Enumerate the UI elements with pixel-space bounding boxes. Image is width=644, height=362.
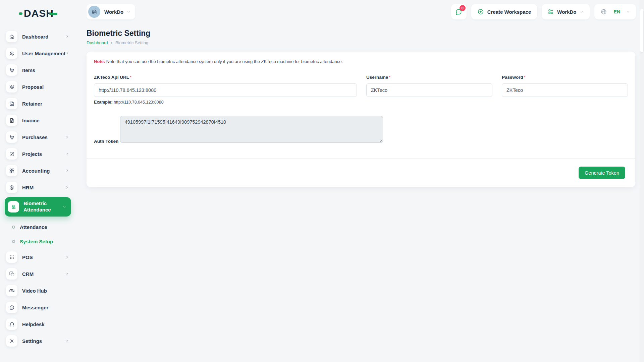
- biometric-setting-card: Note: Note that you can use the biometri…: [87, 52, 635, 187]
- sidebar-item-projects[interactable]: Projects: [0, 148, 78, 160]
- chevron-right-icon: [65, 255, 69, 259]
- chevron-right-icon: [65, 35, 69, 39]
- building-icon: [91, 8, 98, 15]
- sidebar-item-label: User Management: [22, 51, 65, 56]
- circle-icon: [12, 240, 15, 243]
- required-mark: *: [130, 75, 131, 80]
- create-workspace-label: Create Workspace: [487, 9, 531, 15]
- chevron-down-icon: [127, 10, 130, 14]
- breadcrumb-current: Biometric Setting: [115, 40, 148, 45]
- gear-icon: [6, 335, 17, 347]
- workspace-grid-icon: [548, 9, 554, 15]
- note-label: Note:: [94, 59, 105, 64]
- breadcrumb-dashboard-link[interactable]: Dashboard: [87, 40, 108, 45]
- workspace-switcher[interactable]: WorkDo: [542, 4, 589, 19]
- sidebar-item-label: HRM: [22, 185, 34, 190]
- main-area: WorkDo 0 Create Workspace WorkDo EN: [78, 0, 644, 362]
- sidebar-item-label: Dashboard: [22, 34, 48, 40]
- sidebar-item-label: Purchases: [22, 134, 48, 140]
- check-square-icon: [6, 148, 17, 160]
- sidebar-item-purchases[interactable]: Purchases: [0, 131, 78, 143]
- auth-token-label: Auth Token: [94, 139, 118, 144]
- sidebar-item-proposal[interactable]: Proposal: [0, 81, 78, 93]
- pos-icon: [6, 251, 17, 263]
- cart-icon: [6, 64, 17, 76]
- sidebar-item-helpdesk[interactable]: Helpdesk: [0, 318, 78, 330]
- required-mark: *: [389, 75, 390, 80]
- invoice-icon: [6, 115, 17, 126]
- app-logo[interactable]: DASH: [19, 7, 78, 20]
- create-workspace-button[interactable]: Create Workspace: [471, 4, 537, 19]
- api-url-input[interactable]: [94, 83, 357, 97]
- api-url-label: ZKTeco Api URL*: [94, 75, 131, 80]
- chevron-right-icon: [65, 339, 69, 343]
- required-mark: *: [524, 75, 526, 80]
- breadcrumb-separator: ›: [111, 40, 112, 45]
- sidebar-item-label: Items: [22, 67, 35, 73]
- sidebar-item-items[interactable]: Items: [0, 64, 78, 76]
- sidebar-item-settings[interactable]: Settings: [0, 335, 78, 347]
- sidebar-item-label: Messenger: [22, 305, 48, 310]
- chevron-down-icon: [626, 10, 630, 14]
- users-icon: [6, 48, 17, 59]
- headset-icon: [6, 318, 17, 330]
- crm-icon: [6, 268, 17, 280]
- chevron-right-icon: [65, 169, 69, 173]
- auth-token-textarea[interactable]: 49105997f1f71595f41649f909752942870f4510: [120, 116, 383, 143]
- sidebar-item-label: Settings: [22, 338, 42, 344]
- sidebar-item-label: Invoice: [22, 118, 40, 123]
- sidebar-item-dashboard[interactable]: Dashboard: [0, 31, 78, 42]
- sidebar-item-label: Biometric Attendance: [23, 200, 57, 213]
- sidebar-subitem-attendance[interactable]: Attendance: [0, 221, 78, 233]
- settings-form: ZKTeco Api URL* Example: http://110.78.6…: [94, 74, 628, 105]
- page-header: Biometric Setting Dashboard › Biometric …: [87, 29, 635, 45]
- language-selector[interactable]: EN: [594, 4, 636, 19]
- sidebar-item-user-management[interactable]: User Management: [0, 48, 78, 59]
- sidebar-item-label: Retainer: [22, 101, 42, 107]
- workspace-selector[interactable]: WorkDo: [87, 4, 135, 19]
- sidebar-subitem-system-setup[interactable]: System Setup: [0, 236, 78, 247]
- username-input[interactable]: [366, 83, 492, 97]
- sidebar-item-label: Accounting: [22, 168, 50, 174]
- logo-accent-dot: [19, 12, 22, 15]
- language-label: EN: [614, 9, 620, 14]
- chevron-down-icon: [62, 205, 66, 209]
- password-input[interactable]: [502, 83, 628, 97]
- sidebar-item-invoice[interactable]: Invoice: [0, 115, 78, 126]
- scrollbar-track[interactable]: [640, 0, 644, 362]
- proposal-icon: [6, 81, 17, 93]
- sidebar-item-crm[interactable]: CRM: [0, 268, 78, 280]
- sidebar-item-label: Video Hub: [22, 288, 47, 294]
- chevron-right-icon: [65, 272, 69, 276]
- password-label: Password*: [502, 75, 526, 80]
- grid-plus-icon: [6, 165, 17, 176]
- sidebar-item-biometric-attendance[interactable]: Biometric Attendance: [5, 197, 71, 217]
- page-title: Biometric Setting: [87, 29, 635, 38]
- messages-button[interactable]: 0: [451, 4, 467, 19]
- chevron-right-icon: [65, 185, 69, 189]
- breadcrumb: Dashboard › Biometric Setting: [87, 40, 635, 45]
- scrollbar-thumb[interactable]: [640, 9, 643, 52]
- sidebar-item-label: Proposal: [22, 84, 44, 90]
- sidebar-subitem-label: Attendance: [20, 224, 47, 230]
- chevron-down-icon: [580, 10, 584, 14]
- sidebar-item-hrm[interactable]: HRM: [0, 182, 78, 193]
- username-field-group: Username*: [366, 74, 492, 105]
- cart-icon: [6, 131, 17, 143]
- workspace-switcher-label: WorkDo: [557, 9, 576, 15]
- generate-token-button[interactable]: Generate Token: [579, 167, 625, 179]
- topbar-actions: 0 Create Workspace WorkDo EN: [451, 4, 636, 19]
- sidebar-item-messenger[interactable]: Messenger: [0, 302, 78, 313]
- workspace-avatar: [88, 6, 100, 18]
- sidebar-item-retainer[interactable]: Retainer: [0, 98, 78, 109]
- sidebar-subitem-label: System Setup: [20, 239, 53, 244]
- hrm-icon: [6, 182, 17, 193]
- retainer-icon: [6, 98, 17, 109]
- sidebar-item-video-hub[interactable]: Video Hub: [0, 285, 78, 296]
- messenger-icon: [6, 302, 17, 313]
- sidebar-item-pos[interactable]: POS: [0, 251, 78, 263]
- circle-plus-icon: [477, 8, 484, 15]
- video-icon: [6, 285, 17, 296]
- sidebar-item-accounting[interactable]: Accounting: [0, 165, 78, 176]
- chevron-right-icon: [65, 152, 69, 156]
